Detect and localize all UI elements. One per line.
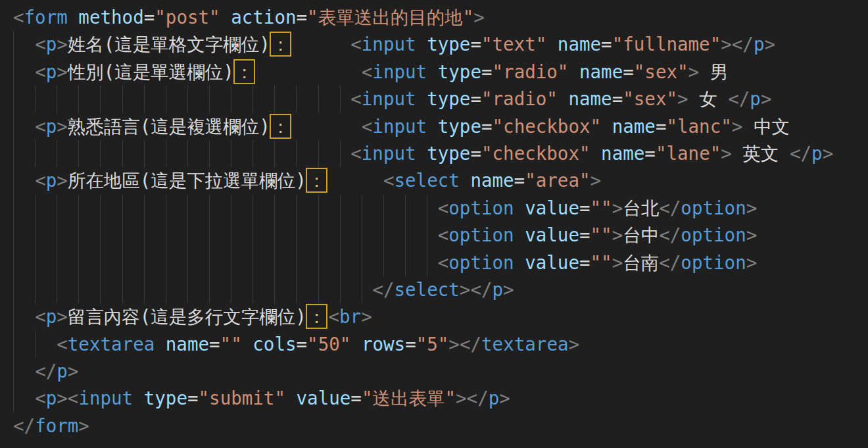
code-token: = — [481, 116, 493, 137]
code-token: < — [35, 170, 46, 191]
code-line[interactable]: <p>留言內容(這是多行文字欄位)：<br> — [13, 303, 868, 330]
code-token: > — [499, 387, 510, 409]
code-token: type — [144, 387, 187, 409]
code-token: > — [761, 88, 772, 109]
code-token: > — [569, 334, 580, 355]
code-token: "post" — [155, 7, 220, 28]
code-token: > — [448, 334, 460, 355]
code-token: "checkbox" — [481, 143, 591, 164]
code-line[interactable]: </select></p> — [13, 276, 868, 303]
code-token: > — [57, 170, 68, 191]
code-line[interactable]: <option value="">台中</option> — [13, 222, 868, 249]
code-token: = — [297, 334, 308, 355]
code-token — [514, 197, 525, 218]
code-token: > — [78, 415, 89, 436]
code-token: type — [427, 88, 470, 109]
code-line[interactable]: <p>姓名(這是單格文字欄位)：<input type="text" name=… — [13, 31, 868, 58]
code-token: = — [209, 334, 220, 355]
code-token — [133, 387, 144, 409]
code-token: 熟悉語言(這是複選欄位) — [68, 116, 270, 137]
code-token — [427, 116, 438, 137]
aligned-code-segment: <input type="radio" name="sex"> 男 — [362, 59, 728, 86]
code-line[interactable]: <input type="checkbox" name="lane"> 英文 <… — [13, 140, 868, 167]
code-line[interactable]: <p>所在地區(這是下拉選單欄位)：<select name="area"> — [13, 167, 868, 194]
code-token — [155, 334, 166, 355]
code-token: < — [350, 34, 362, 55]
editor[interactable]: <form method="post" action="表單送出的目的地"> <… — [0, 0, 868, 448]
code-token: "5" — [416, 334, 449, 355]
code-token: br — [339, 306, 361, 327]
code-token: value — [297, 387, 351, 409]
code-token: 男 — [699, 61, 728, 82]
code-token: = — [470, 143, 481, 164]
code-token: > — [57, 116, 68, 137]
code-line[interactable]: <form method="post" action="表單送出的目的地"> — [13, 4, 868, 31]
code-token: 台北 — [623, 197, 659, 218]
code-token: > — [57, 387, 68, 409]
highlighted-unicode-char: ： — [235, 61, 254, 82]
code-line[interactable]: <textarea name="" cols="50" rows="5"></t… — [13, 331, 868, 358]
code-token: select — [394, 170, 459, 191]
code-token: rows — [362, 334, 405, 355]
code-token: name — [568, 88, 612, 109]
code-token — [558, 88, 569, 109]
code-token: "" — [591, 224, 612, 245]
code-token: < — [13, 7, 24, 28]
code-token: textarea — [481, 334, 568, 355]
code-token: > — [57, 34, 68, 55]
code-token: > — [732, 116, 743, 137]
code-token: "radio" — [493, 61, 569, 82]
code-token: type — [438, 61, 481, 82]
code-line[interactable]: </p> — [13, 358, 868, 385]
code-token: < — [362, 116, 373, 137]
code-token: p — [46, 306, 57, 327]
code-token: input — [362, 88, 416, 109]
code-line[interactable]: <option value="">台北</option> — [13, 195, 868, 222]
highlighted-unicode-char: ： — [272, 116, 290, 137]
code-token: = — [144, 7, 155, 28]
code-token: input — [362, 34, 416, 55]
code-line[interactable]: <p><input type="submit" value="送出表單"></p… — [13, 385, 868, 412]
code-line[interactable]: <p>性別(這是單選欄位)：<input type="radio" name="… — [13, 59, 868, 86]
code-token: = — [601, 34, 612, 55]
code-line[interactable]: <option value="">台南</option> — [13, 249, 868, 276]
indent-guides — [13, 276, 372, 303]
indent-guides — [13, 331, 57, 358]
aligned-code-segment: <select name="area"> — [383, 167, 601, 194]
highlighted-unicode-char: ： — [308, 170, 326, 191]
code-token: "sex" — [623, 88, 677, 109]
indent-guides — [13, 195, 438, 222]
code-token: 女 — [688, 88, 729, 109]
code-token: </ — [659, 252, 681, 273]
code-token: option — [448, 197, 514, 218]
code-token: > — [721, 34, 732, 55]
indent-guides — [13, 222, 438, 249]
code-token: < — [35, 61, 46, 82]
code-token: > — [57, 61, 68, 82]
code-token: 性別(這是單選欄位) — [68, 61, 234, 82]
code-token: p — [46, 116, 57, 137]
code-token: "" — [591, 197, 612, 218]
code-token — [285, 387, 297, 409]
code-token: </ — [470, 279, 492, 300]
code-token: 所在地區(這是下拉選單欄位) — [68, 170, 306, 191]
code-token: p — [46, 61, 57, 82]
aligned-code-segment: <input type="checkbox" name="lanc"> 中文 — [362, 113, 790, 140]
code-line[interactable]: <p>熟悉語言(這是複選欄位)：<input type="checkbox" n… — [13, 113, 868, 140]
code-token: < — [350, 88, 362, 109]
code-token: > — [823, 143, 834, 164]
code-token: "fullname" — [612, 34, 721, 55]
code-line[interactable]: </form> — [13, 412, 868, 439]
code-token — [220, 7, 231, 28]
code-token: "送出表單" — [362, 387, 456, 409]
code-token: < — [383, 170, 395, 191]
code-token: < — [35, 34, 46, 55]
code-token: = — [481, 61, 493, 82]
code-line[interactable]: <input type="radio" name="sex"> 女 </p> — [13, 86, 868, 112]
code-token: "submit" — [199, 387, 285, 409]
code-token: = — [187, 387, 199, 409]
code-token: "area" — [525, 170, 590, 191]
code-token: < — [438, 224, 449, 245]
code-token: p — [46, 34, 57, 55]
code-token: option — [681, 197, 746, 218]
